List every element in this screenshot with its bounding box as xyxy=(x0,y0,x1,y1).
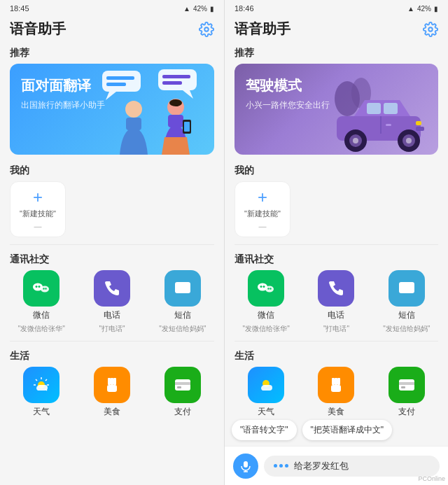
right-pay-icon xyxy=(388,367,425,403)
right-my-label: 我的 xyxy=(225,162,448,181)
left-app-phone[interactable]: 电话 "打电话" xyxy=(80,270,144,334)
svg-marker-2 xyxy=(106,92,116,100)
right-divider1 xyxy=(234,244,438,245)
right-status-icons: ▲ 42% ▮ xyxy=(407,5,438,13)
svg-rect-8 xyxy=(162,81,182,85)
svg-rect-41 xyxy=(384,103,398,114)
svg-point-18 xyxy=(36,286,38,288)
right-divider2 xyxy=(234,341,438,342)
svg-rect-12 xyxy=(168,115,183,127)
svg-rect-51 xyxy=(386,124,391,126)
plus-icon: + xyxy=(33,189,43,206)
svg-rect-28 xyxy=(108,378,111,385)
right-life-row: 天气 美食 xyxy=(234,367,438,418)
input-typed-text: 给老罗发红包 xyxy=(294,460,349,472)
translation-illustration xyxy=(95,64,214,155)
right-my-section: + "新建技能" — xyxy=(225,181,448,244)
right-social-label: 通讯社交 xyxy=(225,251,448,270)
svg-point-53 xyxy=(260,286,262,288)
svg-marker-59 xyxy=(402,293,407,297)
input-dots xyxy=(274,464,288,468)
right-apps-row: 微信 "发微信给张华" 电话 "打电话" xyxy=(234,270,438,334)
svg-point-55 xyxy=(265,286,274,293)
svg-rect-10 xyxy=(126,118,141,130)
svg-rect-70 xyxy=(244,461,248,468)
battery-text: 42% xyxy=(193,5,207,13)
wechat-icon xyxy=(23,270,59,307)
svg-point-13 xyxy=(169,99,182,106)
left-time: 18:45 xyxy=(10,4,29,13)
svg-rect-30 xyxy=(113,378,116,385)
skill-dash: — xyxy=(34,222,42,230)
svg-point-22 xyxy=(46,288,47,289)
left-banner-card[interactable]: 面对面翻译 出国旅行的翻译小助手 xyxy=(10,64,214,155)
right-app-sms[interactable]: 短信 "发短信给妈妈" xyxy=(375,270,438,334)
right-wechat-desc: "发微信给张华" xyxy=(243,324,290,334)
svg-point-44 xyxy=(353,138,358,143)
pay-name: 支付 xyxy=(174,406,191,418)
svg-rect-32 xyxy=(111,385,113,392)
svg-rect-63 xyxy=(332,378,335,385)
mic-button[interactable] xyxy=(233,454,258,479)
pay-icon xyxy=(164,367,201,403)
right-banner-card[interactable]: 驾驶模式 小兴一路伴您安全出行 xyxy=(234,64,438,155)
right-banner-text: 驾驶模式 小兴一路伴您安全出行 xyxy=(246,76,330,111)
settings-icon[interactable] xyxy=(199,22,214,37)
svg-rect-61 xyxy=(402,289,409,290)
left-app-wechat[interactable]: 微信 "发微信给张华" xyxy=(10,270,74,334)
right-app-wechat[interactable]: 微信 "发微信给张华" xyxy=(234,270,298,334)
right-app-food[interactable]: 美食 xyxy=(304,367,368,418)
left-banner-title: 面对面翻译 xyxy=(21,76,105,95)
right-sms-name: 短信 xyxy=(398,309,415,321)
right-add-skill-box[interactable]: + "新建技能" — xyxy=(234,181,290,237)
suggestion-chip-1[interactable]: "语音转文字" xyxy=(232,420,297,440)
svg-point-36 xyxy=(428,27,433,31)
svg-rect-29 xyxy=(111,378,113,385)
input-text-area[interactable]: 给老罗发红包 xyxy=(264,456,440,477)
svg-rect-48 xyxy=(416,121,421,125)
right-app-pay[interactable]: 支付 xyxy=(375,367,438,418)
svg-point-20 xyxy=(41,286,49,293)
svg-marker-24 xyxy=(178,293,183,297)
right-battery-icon: ▮ xyxy=(434,5,438,13)
left-app-food[interactable]: 美食 xyxy=(80,367,144,418)
right-app-phone[interactable]: 电话 "打电话" xyxy=(304,270,368,334)
right-settings-icon[interactable] xyxy=(423,22,438,37)
left-app-pay[interactable]: 支付 xyxy=(150,367,214,418)
right-scroll: 推荐 驾驶模式 小兴一路伴您安全出行 xyxy=(225,44,448,430)
left-app-sms[interactable]: 短信 "发短信给妈妈" xyxy=(150,270,214,334)
left-social-label: 通讯社交 xyxy=(0,251,224,270)
right-time: 18:46 xyxy=(234,4,254,13)
left-divider1 xyxy=(10,244,214,245)
car-illustration xyxy=(326,71,438,155)
add-skill-box[interactable]: + "新建技能" — xyxy=(10,181,66,237)
svg-rect-3 xyxy=(106,76,134,80)
right-phone-icon xyxy=(318,270,354,307)
svg-point-57 xyxy=(270,288,271,289)
svg-rect-4 xyxy=(106,83,126,86)
right-plus-icon: + xyxy=(258,189,267,206)
dot2 xyxy=(279,464,283,468)
right-header-title: 语音助手 xyxy=(234,20,290,38)
dot1 xyxy=(274,464,277,468)
right-sms-desc: "发短信给妈妈" xyxy=(383,324,430,334)
right-wechat-icon xyxy=(248,270,284,307)
right-phone-desc: "打电话" xyxy=(323,324,349,334)
right-weather-icon xyxy=(248,367,284,403)
left-recommend-label: 推荐 xyxy=(0,44,224,64)
suggestions-bar: "语音转文字" "把英语翻译成中文" xyxy=(225,414,448,446)
suggestion-chip-2[interactable]: "把英语翻译成中文" xyxy=(302,420,393,440)
svg-rect-66 xyxy=(331,385,341,392)
left-app-weather[interactable]: 天气 xyxy=(10,367,74,418)
right-app-weather[interactable]: 天气 xyxy=(234,367,298,418)
svg-point-21 xyxy=(43,288,45,289)
left-apps-row: 微信 "发微信给张华" 电话 "打电话" xyxy=(10,270,214,334)
left-my-label: 我的 xyxy=(0,162,224,181)
svg-rect-5 xyxy=(158,69,197,90)
watermark: PCOnline xyxy=(418,475,445,482)
left-banner-subtitle: 出国旅行的翻译小助手 xyxy=(21,99,105,111)
svg-rect-34 xyxy=(175,382,190,385)
input-bar: 给老罗发红包 xyxy=(225,446,448,485)
skill-label: "新建技能" xyxy=(20,209,56,219)
left-banner-text: 面对面翻译 出国旅行的翻译小助手 xyxy=(21,76,105,111)
